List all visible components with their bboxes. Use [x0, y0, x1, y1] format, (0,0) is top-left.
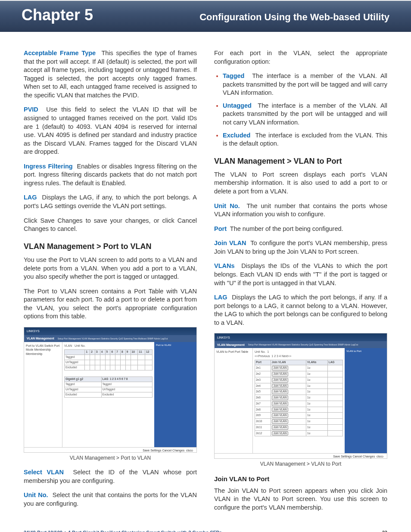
fig-center: VLAN Unit No. 123456789101112 Tagged UnT…	[62, 342, 154, 447]
term-lag: LAG	[24, 194, 37, 201]
text-unitno-right: The unit number that contains the ports …	[214, 202, 387, 218]
para-unitno-left: Unit No. Select the unit that contains t…	[24, 491, 197, 508]
fig2-heading-row: VLAN Management Setup Port Management VL…	[215, 341, 387, 348]
fig2-footer: Save Settings Cancel Changes cisco	[215, 453, 387, 459]
text-unitno-left: Select the unit that contains the ports …	[24, 492, 197, 507]
fig2-tabs: Setup Port Management VLAN Management St…	[248, 343, 358, 346]
page: Chapter 5 Configuration Using the Web-ba…	[0, 0, 411, 532]
term-port: Port	[214, 225, 227, 232]
chapter-label: Chapter 5	[22, 6, 93, 24]
fig2-save: Save Settings Cancel Changes	[333, 455, 375, 458]
heading-port-to-vlan: VLAN Management > Port to VLAN	[24, 241, 197, 252]
para-vlans: VLANs Displays the IDs of the VLANs to w…	[214, 262, 387, 287]
fig-section: VLAN Management	[27, 336, 54, 340]
para-ptov2: The Port to VLAN screen contains a Port …	[24, 287, 197, 321]
fig-help: Port to VLAN	[154, 342, 196, 447]
para-port: Port The number of the port being config…	[214, 225, 387, 233]
para-aft: Acceptable Frame Type This specifies the…	[24, 49, 197, 100]
left-column: Acceptable Frame Type This specifies the…	[24, 49, 197, 518]
chapter-banner: Chapter 5 Configuration Using the Web-ba…	[0, 0, 411, 32]
para-save: Click Save Changes to save your changes,…	[24, 217, 197, 233]
fig2-caption: VLAN Management > VLAN to Port	[214, 460, 387, 467]
term-aft: Acceptable Frame Type	[24, 50, 96, 56]
term-vlans: VLANs	[214, 262, 235, 269]
term-tagged: Tagged	[223, 72, 244, 79]
fig2-main: Unit No. 1 <<Previous 1 2 3 4 Next>> Por…	[253, 348, 387, 453]
para-selectvlan: Select VLAN Select the ID of the VLAN wh…	[24, 468, 197, 485]
figure-vlan-to-port: LINKSYS VLAN Management Setup Port Manag…	[214, 333, 387, 459]
text-vlans: Displays the IDs of the VLANs to which t…	[214, 262, 387, 286]
fig2-cisco: cisco	[377, 455, 383, 458]
fig-save: Save Settings Cancel Changes	[143, 449, 184, 452]
term-unitno-left: Unit No.	[24, 492, 48, 498]
text-pvid: Use this field to select the VLAN ID tha…	[24, 106, 197, 155]
term-untagged: Untagged	[223, 102, 252, 109]
fig2-brand: LINKSYS	[215, 333, 387, 341]
para-joinvlan: Join VLAN To configure the port's VLAN m…	[214, 239, 387, 256]
para-join: The Join VLAN to Port screen appears whe…	[214, 487, 387, 512]
para-pvid: PVID Use this field to select the VLAN I…	[24, 106, 197, 156]
fig-main: VLAN Unit No. 123456789101112 Tagged UnT…	[62, 342, 196, 447]
fig-port-grid: 123456789101112 Tagged UnTagged Excluded	[64, 349, 153, 370]
content-columns: Acceptable Frame Type This specifies the…	[0, 32, 411, 526]
text-tagged: The interface is a member of the VLAN. A…	[223, 72, 387, 96]
text-port: The number of the port being configured.	[230, 225, 343, 232]
para-ptov1: You use the Port to VLAN screen to add p…	[24, 256, 197, 281]
text-aft: This specifies the type of frames that t…	[24, 50, 197, 99]
fig2-section: VLAN Management	[217, 343, 245, 347]
right-column: For each port in the VLAN, select the ap…	[214, 49, 387, 518]
term-ingress: Ingress Filtering	[24, 163, 73, 170]
opt-tagged: Tagged The interface is a member of the …	[223, 72, 387, 97]
opt-untagged: Untagged The interface is a member of th…	[223, 102, 387, 127]
para-intro: For each port in the VLAN, select the ap…	[214, 49, 387, 66]
text-lag: Displays the LAG, if any, to which the p…	[24, 194, 197, 209]
figure-port-to-vlan: LINKSYS VLAN Management Setup Port Manag…	[24, 327, 197, 453]
term-joinvlan: Join VLAN	[214, 240, 246, 246]
fig-heading-row: VLAN Management Setup Port Management VL…	[24, 335, 196, 342]
term-lag-right: LAG	[214, 294, 227, 301]
term-pvid: PVID	[24, 106, 38, 113]
fig2-sidebar: VLAN to Port Port Table	[215, 348, 253, 453]
fig-tabs: Setup Port Management VLAN Management St…	[58, 337, 168, 340]
page-footer: 24/48-Port 10/100 + 4-Port Gigabit Resil…	[0, 526, 411, 532]
fig2-body: VLAN to Port Port Table Unit No. 1 <<Pre…	[215, 348, 387, 453]
term-excluded: Excluded	[223, 132, 250, 139]
chapter-title: Configuration Using the Web-based Utilit…	[199, 12, 389, 23]
fig-brand: LINKSYS	[24, 327, 196, 335]
fig-footer: Save Settings Cancel Changes cisco	[24, 447, 196, 453]
options-list: Tagged The interface is a member of the …	[214, 72, 387, 148]
heading-vlan-to-port: VLAN Management > VLAN to Port	[214, 156, 387, 166]
para-unitno-right: Unit No. The unit number that contains t…	[214, 202, 387, 219]
fig2-port-table: PortJoin VLANVLANsLAG 2e1Join VLAN1u 2e2…	[255, 360, 343, 436]
para-vtop1: The VLAN to Port screen displays each po…	[214, 171, 387, 196]
text-lag-right: Displays the LAG to which the port belon…	[214, 294, 387, 326]
fig1-caption: VLAN Management > Port to VLAN	[24, 454, 197, 461]
para-lag: LAG Displays the LAG, if any, to which t…	[24, 193, 197, 210]
para-ingress: Ingress Filtering Enables or disables In…	[24, 162, 197, 188]
term-unitno-right: Unit No.	[214, 202, 240, 209]
fig2-center: Unit No. 1 <<Previous 1 2 3 4 Next>> Por…	[253, 348, 345, 453]
fig-lag-grid: Gigabit g1 g2LAG 1 2 3 4 5 6 7 8 TaggedT…	[64, 376, 153, 398]
fig2-help: VLAN to Port	[345, 348, 387, 453]
fig-cisco: cisco	[186, 449, 193, 452]
heading-join-vlan: Join VLAN to Port	[214, 475, 387, 483]
opt-excluded: Excluded The interface is excluded from …	[223, 131, 387, 148]
term-selectvlan: Select VLAN	[24, 469, 64, 476]
para-lag-right: LAG Displays the LAG to which the port b…	[214, 293, 387, 327]
page-number: 23	[382, 530, 387, 532]
footer-title: 24/48-Port 10/100 + 4-Port Gigabit Resil…	[24, 530, 222, 532]
fig-body: Port to VLAN Switch Port Mode Membership…	[24, 342, 196, 447]
fig-sidebar: Port to VLAN Switch Port Mode Membership…	[24, 342, 62, 447]
